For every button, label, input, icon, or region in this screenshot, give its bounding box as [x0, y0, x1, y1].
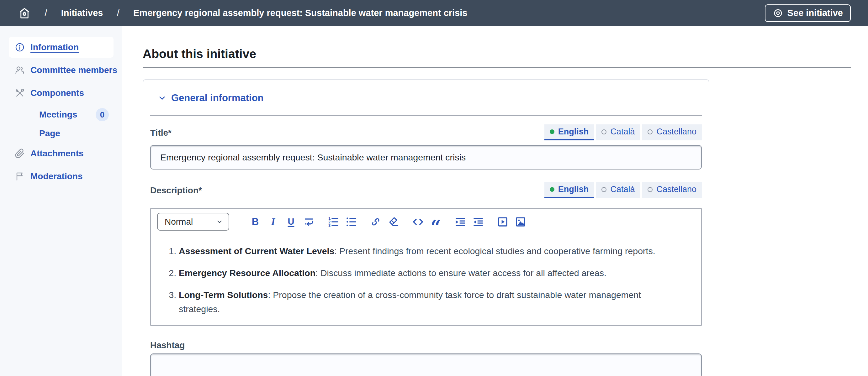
description-editor: Normal B I U	[150, 208, 702, 326]
hollow-circle-icon	[648, 129, 653, 134]
page-title: About this initiative	[143, 47, 851, 61]
language-tab-catala[interactable]: Català	[596, 182, 640, 198]
editor-link-button[interactable]	[369, 215, 382, 229]
editor-underline-button[interactable]: U	[284, 215, 298, 229]
sidebar-item-page[interactable]: Page	[9, 124, 114, 143]
sidebar-item-components[interactable]: Components	[9, 82, 114, 103]
editor-bullet-list-button[interactable]	[344, 215, 358, 229]
format-select[interactable]: Normal	[157, 213, 229, 231]
editor-italic-button[interactable]: I	[266, 215, 280, 229]
description-language-tabs: English Català Castellano	[545, 182, 702, 198]
language-tab-label: English	[558, 184, 589, 194]
language-tab-label: Castellano	[656, 184, 696, 194]
sidebar-item-label: Meetings	[39, 110, 77, 120]
image-icon	[515, 216, 526, 228]
users-icon	[15, 65, 25, 75]
sidebar-item-label: Committee members	[30, 65, 117, 75]
topbar: / Initiatives / Emergency regional assem…	[0, 0, 868, 26]
video-icon	[497, 216, 508, 228]
flag-icon	[15, 171, 25, 181]
chevron-down-icon	[158, 94, 166, 102]
see-initiative-label: See initiative	[787, 8, 843, 18]
language-tab-label: Català	[610, 184, 635, 194]
description-field-row: Description* English Català Castellano	[150, 182, 702, 198]
list-item: Long-Term Solutions: Propose the creatio…	[179, 288, 668, 315]
list-item: Emergency Resource Allocation: Discuss i…	[179, 266, 668, 280]
general-information-card: General information Title* English Catal…	[143, 79, 709, 376]
filled-dot-icon	[550, 129, 554, 134]
meetings-count-badge: 0	[96, 108, 109, 121]
language-tab-castellano[interactable]: Castellano	[642, 182, 702, 198]
editor-clear-format-button[interactable]	[386, 215, 400, 229]
section-title: General information	[171, 93, 264, 104]
list-item-text: : Present findings from recent ecologica…	[334, 246, 655, 256]
see-initiative-button[interactable]: See initiative	[765, 4, 851, 22]
outdent-icon	[472, 216, 484, 228]
breadcrumb-current-page: Emergency regional assembly request: Sus…	[133, 8, 467, 18]
editor-line-break-button[interactable]	[302, 215, 316, 229]
bold-icon: B	[252, 216, 259, 228]
sidebar-item-label: Attachments	[30, 148, 84, 159]
italic-icon: I	[271, 216, 275, 228]
section-divider	[150, 115, 702, 115]
editor-ordered-list-button[interactable]: 1 2 3	[327, 215, 340, 229]
hashtag-input[interactable]	[150, 353, 702, 376]
language-tab-label: Català	[610, 127, 635, 137]
hollow-circle-icon	[648, 187, 653, 192]
language-tab-english[interactable]: English	[545, 182, 594, 198]
info-icon	[15, 42, 25, 52]
sidebar-item-label: Information	[30, 42, 79, 52]
home-gear-icon	[18, 7, 31, 20]
editor-code-button[interactable]	[411, 215, 425, 229]
general-information-toggle[interactable]: General information	[158, 93, 702, 104]
home-breadcrumb-link[interactable]	[18, 7, 31, 20]
editor-outdent-button[interactable]	[471, 215, 485, 229]
svg-text:3: 3	[328, 223, 331, 227]
breadcrumb-initiatives[interactable]: Initiatives	[61, 8, 103, 18]
editor-blockquote-button[interactable]: “	[429, 215, 443, 229]
editor-video-button[interactable]	[496, 215, 509, 229]
clear-format-icon	[388, 216, 399, 228]
title-input[interactable]	[150, 145, 702, 170]
link-icon	[370, 216, 381, 228]
hollow-circle-icon	[601, 187, 607, 192]
title-label: Title*	[150, 128, 172, 140]
editor-content[interactable]: Assessment of Current Water Levels: Pres…	[151, 235, 701, 325]
language-tab-castellano[interactable]: Castellano	[642, 125, 702, 140]
editor-indent-button[interactable]	[454, 215, 467, 229]
underline-icon: U	[288, 216, 294, 227]
ordered-list-icon: 1 2 3	[328, 216, 339, 228]
description-ordered-list: Assessment of Current Water Levels: Pres…	[151, 244, 682, 316]
format-select-value: Normal	[165, 217, 193, 227]
description-label: Description*	[150, 185, 202, 198]
sidebar-item-moderations[interactable]: Moderations	[9, 166, 114, 187]
editor-image-button[interactable]	[514, 215, 527, 229]
breadcrumb-separator: /	[117, 7, 120, 19]
page-title-divider	[143, 67, 851, 68]
bullet-list-icon	[346, 216, 357, 228]
eye-icon	[773, 8, 783, 19]
sidebar-item-label: Moderations	[30, 171, 83, 181]
sidebar-item-label: Page	[39, 129, 60, 138]
sidebar-item-attachments[interactable]: Attachments	[9, 143, 114, 164]
editor-bold-button[interactable]: B	[248, 215, 262, 229]
editor-toolbar: Normal B I U	[151, 209, 701, 235]
sidebar-item-committee-members[interactable]: Committee members	[9, 60, 114, 80]
sidebar-item-label: Components	[30, 88, 84, 98]
sidebar-item-meetings[interactable]: Meetings 0	[9, 105, 114, 124]
filled-dot-icon	[550, 187, 554, 192]
language-tab-catala[interactable]: Català	[596, 125, 640, 140]
hashtag-label: Hashtag	[150, 340, 702, 350]
code-icon	[412, 216, 424, 228]
language-tab-english[interactable]: English	[545, 125, 594, 140]
sidebar-item-information[interactable]: Information	[9, 37, 114, 58]
list-item-bold-text: Long-Term Solutions	[179, 290, 268, 300]
list-item-text: : Discuss immediate actions to ensure wa…	[315, 268, 607, 278]
sidebar: Information Committee members	[0, 26, 122, 376]
language-tab-label: Castellano	[656, 127, 696, 137]
title-field-row: Title* English Català Castellano	[150, 125, 702, 140]
language-tab-label: English	[558, 127, 589, 137]
hollow-circle-icon	[601, 129, 607, 134]
indent-icon	[455, 216, 466, 228]
list-item-bold-text: Emergency Resource Allocation	[179, 268, 315, 278]
